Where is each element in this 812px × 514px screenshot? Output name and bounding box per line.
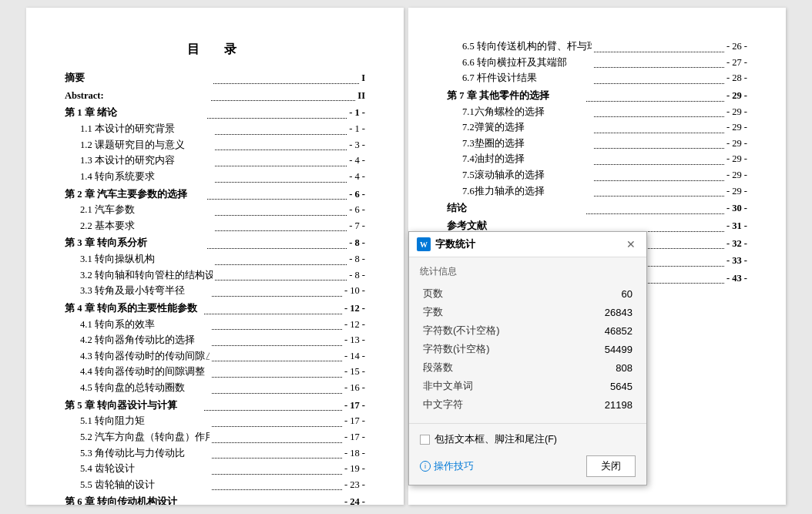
stats-value: 60 xyxy=(543,284,636,303)
toc-dots xyxy=(586,88,723,102)
toc-page-number: - 14 - xyxy=(344,348,365,365)
toc-page-number: - 29 - xyxy=(726,88,747,104)
dialog-separator xyxy=(409,423,646,424)
toc-entry-text: 7.6推力轴承的选择 xyxy=(462,183,592,200)
toc-entry-text: 7.1六角螺栓的选择 xyxy=(462,104,592,120)
toc-entry: 第 2 章 汽车主要参数的选择- 6 - xyxy=(65,186,365,203)
toc-dots xyxy=(215,218,347,232)
toc-entry: 5.2 汽车方向盘（转向盘）作用力- 17 - xyxy=(65,429,365,445)
toc-entry: Abstract:II xyxy=(65,88,365,104)
toc-dots xyxy=(215,169,347,183)
toc-page-number: - 1 - xyxy=(349,105,365,121)
toc-entry-text: 4.4 转向器传动时的间隙调整 xyxy=(80,364,210,380)
stats-label: 非中文单词 xyxy=(420,377,543,395)
dialog-header: W 字数统计 ✕ xyxy=(409,232,646,257)
close-button[interactable]: 关闭 xyxy=(586,455,636,477)
toc-page-number: - 7 - xyxy=(349,218,365,234)
toc-dots xyxy=(594,183,723,197)
toc-entry-text: 1.3 本设计的研究内容 xyxy=(80,153,213,169)
toc-page-number: - 19 - xyxy=(344,461,365,477)
toc-dots xyxy=(213,70,360,84)
toc-page-number: - 17 - xyxy=(344,413,365,429)
toc-entry-text: 3.3 转角及最小转弯半径 xyxy=(80,283,210,299)
toc-dots xyxy=(215,251,347,265)
include-checkbox[interactable] xyxy=(420,435,430,445)
toc-entry-text: 3.1 转向操纵机构 xyxy=(80,251,213,267)
tips-link[interactable]: i 操作技巧 xyxy=(420,460,474,473)
toc-dots xyxy=(594,167,723,181)
toc-entry-text: 6.6 转向横拉杆及其端部 xyxy=(462,55,592,71)
tips-label: 操作技巧 xyxy=(434,460,474,473)
toc-page-number: - 18 - xyxy=(344,445,365,462)
toc-dots xyxy=(594,55,723,69)
toc-dots xyxy=(212,380,341,394)
toc-dots xyxy=(212,317,341,331)
toc-entry-text: 2.1 汽车参数 xyxy=(80,202,213,218)
toc-entry: 4.4 转向器传动时的间隙调整- 15 - xyxy=(65,364,365,380)
toc-entry: 5.3 角传动比与力传动比- 18 - xyxy=(65,445,365,462)
stats-value: 26843 xyxy=(543,303,636,321)
toc-entry-text: 6.5 转向传送机构的臂、杆与球销 xyxy=(462,39,592,55)
toc-entry: 2.1 汽车参数- 6 - xyxy=(65,202,365,218)
toc-entry: 6.7 杆件设计结果- 28 - xyxy=(447,70,747,86)
toc-entry-text: 第 5 章 转向器设计与计算 xyxy=(65,398,202,414)
left-toc: 摘要IAbstract:II第 1 章 绪论- 1 -1.1 本设计的研究背景-… xyxy=(65,70,365,505)
toc-entry: 第 4 章 转向系的主要性能参数- 12 - xyxy=(65,301,365,317)
toc-page-number: - 6 - xyxy=(349,202,365,218)
toc-page-number: - 29 - xyxy=(726,183,747,200)
toc-entry: 1.1 本设计的研究背景- 1 - xyxy=(65,121,365,137)
toc-page-number: - 32 - xyxy=(726,236,747,252)
toc-page-number: - 31 - xyxy=(726,218,747,234)
toc-entry-text: 第 2 章 汽车主要参数的选择 xyxy=(65,186,205,203)
toc-page-number: - 8 - xyxy=(349,235,365,251)
toc-entry: 7.6推力轴承的选择- 29 - xyxy=(447,183,747,200)
toc-entry-text: 5.4 齿轮设计 xyxy=(80,461,210,477)
stats-table: 页数60字数26843字符数(不计空格)46852字符数(计空格)54499段落… xyxy=(420,284,636,414)
toc-entry-text: 7.3垫圈的选择 xyxy=(462,136,592,152)
checkbox-label: 包括文本框、脚注和尾注(F) xyxy=(435,433,557,446)
toc-page-number: - 23 - xyxy=(344,477,365,493)
toc-entry: 4.3 转向器传动时的传动间隙△t- 14 - xyxy=(65,348,365,365)
toc-dots xyxy=(594,119,723,133)
toc-page-number: - 12 - xyxy=(344,301,365,317)
toc-page-number: - 10 - xyxy=(344,283,365,299)
toc-page-number: - 12 - xyxy=(344,317,365,333)
toc-dots xyxy=(215,202,347,216)
stats-label: 字数 xyxy=(420,303,543,321)
dialog-header-left: W 字数统计 xyxy=(417,237,475,251)
toc-entry: 7.1六角螺栓的选择- 29 - xyxy=(447,104,747,120)
toc-dots xyxy=(212,445,341,459)
close-x-button[interactable]: ✕ xyxy=(623,237,639,252)
toc-page-number: - 8 - xyxy=(349,267,365,284)
toc-entry-text: 结论 xyxy=(447,200,584,217)
toc-dots xyxy=(215,153,347,166)
toc-entry-text: 4.1 转向系的效率 xyxy=(80,317,210,333)
toc-entry: 第 7 章 其他零件的选择- 29 - xyxy=(447,88,747,104)
toc-entry: 第 5 章 转向器设计与计算- 17 - xyxy=(65,398,365,414)
toc-page-number: II xyxy=(357,88,365,104)
toc-entry-text: 5.5 齿轮轴的设计 xyxy=(80,477,210,493)
stats-row: 页数60 xyxy=(420,284,636,303)
word-count-dialog: W 字数统计 ✕ 统计信息 页数60字数26843字符数(不计空格)46852字… xyxy=(408,231,647,485)
toc-page-number: - 4 - xyxy=(349,153,365,169)
toc-entry-text: 第 6 章 转向传动机构设计 xyxy=(65,494,202,505)
toc-dots xyxy=(212,461,341,475)
toc-dots xyxy=(207,186,347,200)
toc-page-number: - 29 - xyxy=(726,151,747,167)
toc-entry-text: 2.2 基本要求 xyxy=(80,218,213,234)
toc-entry-text: 3.2 转向轴和转向管柱的结构设计 xyxy=(80,267,213,284)
toc-entry-text: 5.2 汽车方向盘（转向盘）作用力 xyxy=(80,429,210,445)
toc-entry-text: 4.2 转向器角传动比的选择 xyxy=(80,332,210,348)
toc-entry-text: 第 4 章 转向系的主要性能参数 xyxy=(65,301,202,317)
toc-page-number: - 26 - xyxy=(726,39,747,55)
stats-row: 非中文单词5645 xyxy=(420,377,636,395)
stats-label: 字符数(计空格) xyxy=(420,340,543,358)
toc-dots xyxy=(586,200,723,214)
toc-entry-text: 4.3 转向器传动时的传动间隙△t xyxy=(80,348,210,365)
toc-dots xyxy=(212,477,341,491)
dialog-section-title: 统计信息 xyxy=(420,265,636,278)
stats-label: 字符数(不计空格) xyxy=(420,321,543,340)
toc-entry-text: 第 1 章 绪论 xyxy=(65,105,205,121)
toc-entry: 6.5 转向传送机构的臂、杆与球销- 26 - xyxy=(447,39,747,55)
toc-page-number: - 15 - xyxy=(344,364,365,380)
